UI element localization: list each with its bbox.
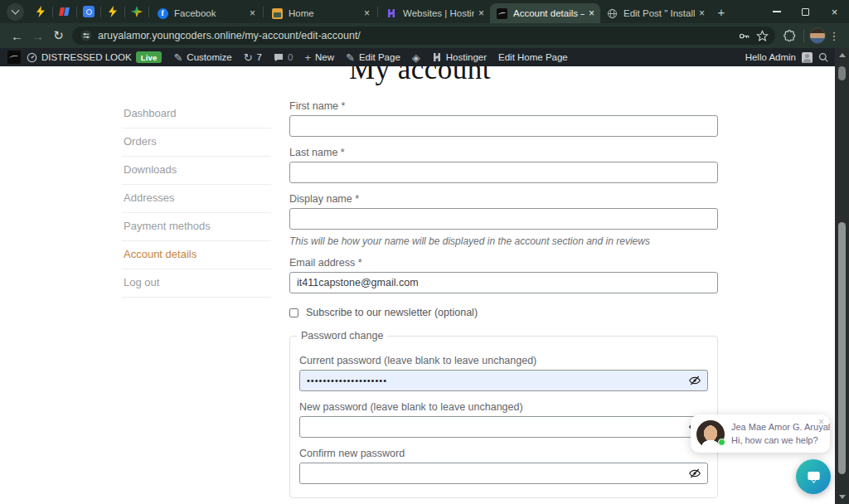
admin-avatar[interactable]: [802, 52, 813, 63]
star-icon: [756, 30, 769, 42]
divider: [52, 7, 53, 17]
forward-button[interactable]: →: [27, 26, 48, 46]
admin-bar-customize[interactable]: ✎ Customize: [167, 48, 237, 66]
admin-bar-edit-home-page[interactable]: Edit Home Page: [492, 48, 574, 66]
new-tab-button[interactable]: +: [711, 5, 732, 19]
eye-slash-icon[interactable]: [688, 374, 701, 387]
pinned-tab-bolt-1[interactable]: [31, 2, 51, 21]
confirm-password-field[interactable]: [299, 463, 708, 484]
window-controls: ×: [762, 0, 849, 23]
minimize-button[interactable]: [762, 0, 791, 23]
dashboard-gauge-icon: [27, 52, 37, 63]
email-label: Email address *: [289, 257, 718, 269]
close-icon[interactable]: ×: [478, 7, 484, 19]
email-field[interactable]: [289, 272, 718, 293]
search-icon[interactable]: [818, 52, 829, 63]
sidebar-item-orders[interactable]: Orders: [122, 128, 271, 157]
site-logo-icon[interactable]: [7, 51, 21, 64]
tab-account-details-active[interactable]: Account details – DISTRES ×: [490, 3, 600, 23]
admin-bar-comments[interactable]: 0: [268, 48, 298, 66]
extensions-button[interactable]: [780, 27, 798, 45]
admin-bar-hostinger[interactable]: Hostinger: [426, 48, 492, 66]
tab-edit-post[interactable]: Edit Post " Install and Con ×: [600, 3, 711, 23]
lightning-icon: [108, 6, 118, 17]
reload-button[interactable]: ↻: [48, 26, 69, 46]
last-name-label: Last name *: [289, 147, 718, 158]
tab-title: Edit Post " Install and Con: [623, 8, 695, 18]
close-icon[interactable]: ×: [699, 7, 705, 19]
close-icon[interactable]: ×: [250, 7, 255, 19]
display-name-field[interactable]: [289, 208, 718, 230]
current-password-field[interactable]: [299, 370, 708, 391]
page-scrollbar[interactable]: [835, 48, 849, 504]
close-window-button[interactable]: ×: [820, 0, 849, 23]
menu-kebab-button[interactable]: ⋮: [826, 30, 842, 42]
pinned-tab-bolt-2[interactable]: [103, 2, 123, 21]
hostinger-label: Hostinger: [446, 52, 487, 62]
admin-bar-new[interactable]: + New: [298, 48, 340, 66]
edit-home-page-label: Edit Home Page: [498, 52, 568, 62]
puzzle-icon: [784, 30, 796, 42]
first-name-label: First name *: [289, 100, 718, 112]
new-password-field[interactable]: [299, 416, 708, 438]
scroll-down-arrow-icon[interactable]: [839, 495, 846, 499]
account-nav: Dashboard Orders Downloads Addresses Pay…: [122, 100, 271, 504]
admin-bar-diamond[interactable]: ◈: [406, 48, 426, 66]
key-icon: [738, 30, 750, 42]
scrollbar-stub: [838, 66, 846, 80]
admin-bar-edit-page[interactable]: ✎ Edit Page: [340, 48, 406, 66]
pencil-icon: ✎: [173, 52, 182, 63]
browser-toolbar: ← → ↻ aruyalamor.youngcoders.online/my-a…: [0, 23, 849, 48]
password-key-button[interactable]: [735, 27, 753, 45]
tab-title: Websites | Hostinger: [403, 8, 474, 18]
divider: [76, 7, 77, 17]
tab-home[interactable]: Home ×: [265, 3, 376, 23]
close-icon[interactable]: ×: [589, 7, 594, 19]
sidebar-item-payment-methods[interactable]: Payment methods: [122, 213, 271, 241]
url-text[interactable]: aruyalamor.youngcoders.online/my-account…: [98, 30, 735, 41]
pinned-tab-sparkle[interactable]: [127, 2, 147, 21]
address-bar[interactable]: aruyalamor.youngcoders.online/my-account…: [72, 27, 775, 45]
tab-title: Account details – DISTRES: [513, 8, 585, 18]
home-favicon-icon: [271, 7, 283, 19]
sidebar-item-dashboard[interactable]: Dashboard: [122, 100, 271, 128]
divider: [377, 7, 378, 17]
chat-launcher-button[interactable]: [796, 459, 831, 494]
site-settings-icon[interactable]: [80, 30, 92, 41]
wp-admin-bar: DISTRESSED LOOK Live ✎ Customize ↻ 7 0 +…: [0, 48, 849, 66]
greeting-label[interactable]: Hello Admin: [745, 52, 796, 62]
eye-slash-icon[interactable]: [688, 467, 701, 480]
display-name-hint: This will be how your name will be displ…: [289, 235, 718, 247]
tab-search-button[interactable]: [7, 3, 24, 21]
site-name-label: DISTRESSED LOOK: [41, 52, 132, 62]
chat-message: Hi, how can we help?: [731, 435, 822, 445]
pinned-tab-blue-app[interactable]: [79, 2, 99, 21]
chat-bubble-icon: [805, 468, 822, 486]
newsletter-checkbox[interactable]: [289, 308, 298, 317]
hostinger-icon: [432, 52, 442, 62]
bookmark-star-button[interactable]: [753, 27, 771, 45]
profile-avatar[interactable]: [809, 27, 826, 44]
scrollbar-thumb[interactable]: [838, 222, 846, 474]
close-icon[interactable]: ×: [364, 7, 370, 19]
sidebar-item-account-details[interactable]: Account details: [122, 241, 271, 269]
back-button[interactable]: ←: [7, 26, 27, 46]
scroll-up-arrow-icon[interactable]: [839, 53, 846, 57]
sidebar-item-addresses[interactable]: Addresses: [122, 185, 271, 213]
tab-facebook[interactable]: f Facebook ×: [151, 3, 261, 23]
admin-bar-site-name[interactable]: DISTRESSED LOOK Live: [21, 48, 167, 66]
maximize-button[interactable]: [791, 0, 820, 23]
first-name-field[interactable]: [289, 115, 718, 137]
last-name-field[interactable]: [289, 162, 718, 183]
pinned-tabs: [31, 0, 151, 23]
newsletter-label: Subscribe to our newsletter (optional): [306, 307, 478, 318]
pinned-tab-ads[interactable]: [55, 2, 75, 21]
close-icon[interactable]: ×: [818, 416, 824, 428]
chat-greeting-card[interactable]: × Jea Mae Amor G. Aruyal Hi, how can we …: [691, 414, 830, 453]
sidebar-item-downloads[interactable]: Downloads: [122, 157, 271, 185]
admin-bar-updates[interactable]: ↻ 7: [238, 48, 268, 66]
tab-hostinger-websites[interactable]: Websites | Hostinger ×: [380, 3, 490, 23]
sidebar-item-log-out[interactable]: Log out: [122, 269, 271, 298]
browser-tab-bar: f Facebook × Home × Websites | Hostinger…: [0, 0, 849, 23]
globe-icon: [606, 7, 618, 19]
